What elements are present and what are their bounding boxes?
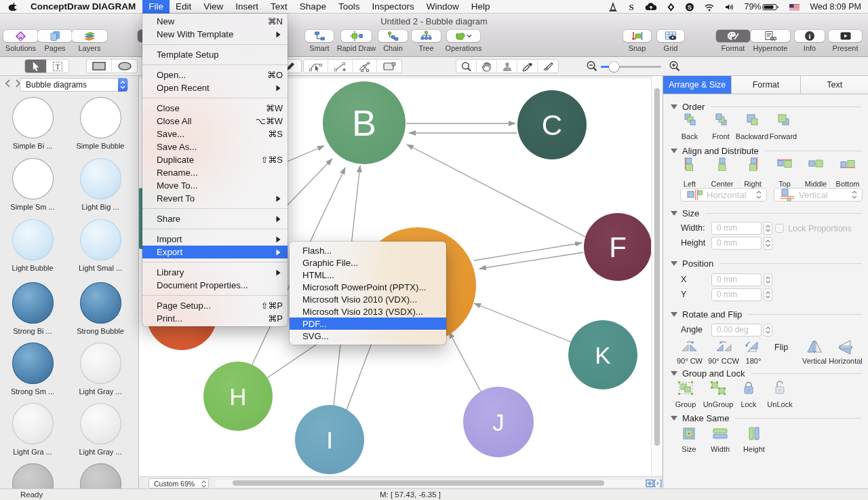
toolbar-button-rapid-draw[interactable] xyxy=(341,30,372,42)
tool-hand-tool[interactable] xyxy=(477,60,497,73)
menubar-item-insert[interactable]: Insert xyxy=(229,0,264,14)
distribute-dropdown-horizontal[interactable]: Horizontal xyxy=(680,188,767,201)
inspector-button-center[interactable] xyxy=(715,156,730,174)
diagram-edge-11[interactable] xyxy=(474,303,571,342)
tool-arrow-tool[interactable] xyxy=(25,60,47,73)
horizontal-scrollbar-thumb[interactable] xyxy=(233,480,604,486)
zoom-slider-knob[interactable] xyxy=(609,62,619,72)
tool-stamp-tool[interactable] xyxy=(497,60,517,73)
section-disclosure-icon[interactable] xyxy=(671,416,677,421)
inspector-button-backward[interactable] xyxy=(745,112,760,130)
library-item-strong-bi[interactable]: Strong Bi ... xyxy=(2,282,63,335)
inspector-button-back[interactable] xyxy=(682,112,697,130)
tool-rect-tool[interactable] xyxy=(87,60,112,73)
inspector-tab-text[interactable]: Text xyxy=(801,76,868,94)
library-dropdown[interactable]: Bubble diagrams xyxy=(20,78,128,92)
export-submenu-item-microsoft-visio-2013-vsdx[interactable]: Microsoft Visio 2013 (VSDX)... xyxy=(290,305,446,318)
library-item-simple-sm[interactable]: Simple Sm ... xyxy=(2,158,63,211)
diagram-edge-3[interactable] xyxy=(474,243,582,261)
toolbar-button-tree[interactable] xyxy=(412,30,441,42)
section-disclosure-icon[interactable] xyxy=(671,211,677,216)
library-item-light-big[interactable]: Light Big ... xyxy=(70,158,131,211)
section-disclosure-icon[interactable] xyxy=(671,371,677,376)
inspector-button-right[interactable] xyxy=(745,156,760,174)
tool-ellipse-tool[interactable] xyxy=(112,60,137,73)
tool-eyedropper-tool[interactable] xyxy=(517,60,538,73)
library-item-simple-bi[interactable]: Simple Bi ... xyxy=(2,97,63,150)
export-submenu-item-html[interactable]: HTML... xyxy=(290,269,446,281)
inspector-button-width[interactable] xyxy=(712,426,728,444)
inspector-tab-arrange-size[interactable]: Arrange & Size xyxy=(663,76,732,94)
menubar-diamond[interactable] xyxy=(662,2,680,12)
battery-indicator[interactable] xyxy=(762,2,784,12)
toolbar-button-present[interactable] xyxy=(829,30,862,42)
angle-stepper[interactable] xyxy=(764,324,772,336)
diagram-bubble-I[interactable]: I xyxy=(295,405,364,474)
file-menu-item-new-with-template[interactable]: New With Template xyxy=(142,28,288,41)
toolbar-button-smart[interactable] xyxy=(305,30,334,42)
inspector-button-left[interactable] xyxy=(682,156,697,174)
export-submenu-item-microsoft-visio-2010-vdx[interactable]: Microsoft Visio 2010 (VDX)... xyxy=(290,293,446,305)
file-menu-item-print[interactable]: Print...⌘P xyxy=(142,312,288,325)
file-menu-item-duplicate[interactable]: Duplicate⇧⌘S xyxy=(142,153,288,166)
menubar-s-logo[interactable]: S xyxy=(623,2,640,12)
section-disclosure-icon[interactable] xyxy=(671,312,677,317)
file-menu-item-new[interactable]: New⌘N xyxy=(142,15,288,28)
file-menu-item-save-as[interactable]: Save As... xyxy=(142,140,288,153)
menubar-app-name[interactable]: ConceptDraw DIAGRAM xyxy=(24,0,142,14)
file-menu-item-export[interactable]: Export xyxy=(142,246,288,258)
file-menu-item-revert-to[interactable]: Revert To xyxy=(142,192,288,205)
toolbar-button-chain[interactable] xyxy=(378,30,408,42)
zoom-out-button[interactable] xyxy=(586,60,598,75)
lock-proportions-checkbox[interactable] xyxy=(775,224,784,233)
export-submenu-item-graphic-file[interactable]: Graphic File... xyxy=(290,256,446,269)
section-disclosure-icon[interactable] xyxy=(671,104,677,109)
menubar-item-inspectors[interactable]: Inspectors xyxy=(366,0,420,14)
diagram-bubble-K[interactable]: K xyxy=(568,320,637,389)
inspector-button-front[interactable] xyxy=(713,112,728,130)
tool-connector-tool[interactable] xyxy=(377,60,401,73)
library-item-light-gray[interactable]: Light Gray ... xyxy=(70,403,131,456)
section-disclosure-icon[interactable] xyxy=(671,261,677,266)
input-language-flag[interactable] xyxy=(784,2,805,12)
toolbar-button-info[interactable]: i xyxy=(795,30,825,42)
file-menu-item-document-properties[interactable]: Document Properties... xyxy=(142,279,288,292)
tool-curve-tool[interactable] xyxy=(304,60,328,73)
library-item-light-smal[interactable]: Light Smal ... xyxy=(70,219,131,272)
menubar-cone[interactable] xyxy=(604,2,623,12)
menubar-skype[interactable]: S xyxy=(680,2,699,12)
inspector-button-horizontal[interactable] xyxy=(837,339,854,357)
toolbar-button-format[interactable] xyxy=(716,30,750,42)
diagram-bubble-B[interactable]: B xyxy=(323,81,406,164)
inspector-stepper[interactable] xyxy=(764,237,772,250)
distribute-dropdown-vertical[interactable]: Vertical xyxy=(774,188,863,201)
inspector-button-ungroup[interactable] xyxy=(710,381,726,398)
export-submenu-item-svg[interactable]: SVG... xyxy=(290,330,446,342)
toolbar-button-hypernote[interactable] xyxy=(751,30,790,42)
inspector-button-height[interactable] xyxy=(747,426,762,444)
diagram-bubble-F[interactable]: F xyxy=(584,213,652,281)
toolbar-button-layers[interactable] xyxy=(72,30,107,42)
file-menu-item-share[interactable]: Share xyxy=(142,212,288,225)
file-menu-item-library[interactable]: Library xyxy=(142,266,288,279)
file-menu-item-template-setup[interactable]: Template Setup xyxy=(142,48,288,61)
file-menu-item-rename[interactable]: Rename... xyxy=(142,166,288,179)
diagram-bubble-J[interactable]: J xyxy=(463,387,534,457)
toolbar-button-snap[interactable] xyxy=(623,30,651,42)
menubar-wifi[interactable] xyxy=(699,2,719,12)
inspector-button-180-[interactable] xyxy=(745,340,762,356)
file-menu-item-page-setup[interactable]: Page Setup...⇧⌘P xyxy=(142,299,288,312)
toolbar-button-pages[interactable] xyxy=(38,30,72,42)
inspector-button-size[interactable] xyxy=(682,426,696,444)
file-menu-item-close-all[interactable]: Close All⌥⌘W xyxy=(142,115,288,128)
menubar-item-edit[interactable]: Edit xyxy=(170,0,197,14)
toolbar-button-operations[interactable] xyxy=(447,30,480,42)
menubar-item-view[interactable]: View xyxy=(197,0,229,14)
inspector-tab-format[interactable]: Format xyxy=(732,76,800,94)
toolbar-button-grid[interactable] xyxy=(657,30,684,42)
menubar-item-tools[interactable]: Tools xyxy=(332,0,366,14)
inspector-button-unlock[interactable] xyxy=(773,381,787,398)
tool-scissors-tool[interactable] xyxy=(353,60,377,73)
inspector-button-90-cw[interactable] xyxy=(681,340,698,356)
library-item-simple-bubble[interactable]: Simple Bubble xyxy=(70,97,131,150)
